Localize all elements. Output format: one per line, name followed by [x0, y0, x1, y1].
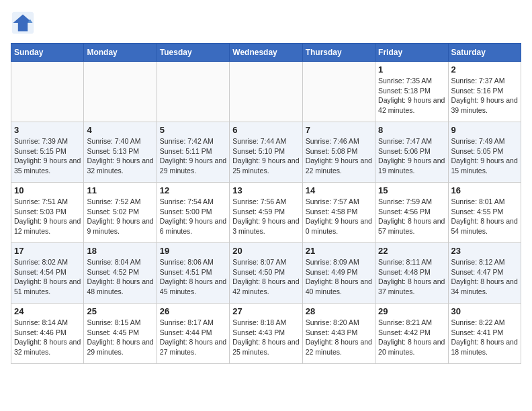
logo-icon	[11, 11, 35, 35]
day-number: 10	[14, 185, 81, 195]
day-info: Sunrise: 7:47 AM Sunset: 5:06 PM Dayligh…	[378, 136, 445, 176]
day-number: 24	[14, 306, 81, 316]
day-info: Sunrise: 8:20 AM Sunset: 4:43 PM Dayligh…	[306, 318, 372, 357]
day-number: 9	[451, 125, 518, 135]
calendar-cell: 25Sunrise: 8:15 AM Sunset: 4:45 PM Dayli…	[84, 304, 157, 364]
day-number: 15	[378, 185, 445, 195]
day-number: 5	[160, 125, 226, 135]
calendar-cell: 29Sunrise: 8:21 AM Sunset: 4:42 PM Dayli…	[375, 304, 448, 364]
calendar-cell: 12Sunrise: 7:54 AM Sunset: 5:00 PM Dayli…	[157, 183, 229, 243]
day-number: 23	[451, 246, 518, 256]
day-info: Sunrise: 7:51 AM Sunset: 5:03 PM Dayligh…	[14, 197, 81, 236]
calendar-cell: 1Sunrise: 7:35 AM Sunset: 5:18 PM Daylig…	[375, 62, 448, 122]
day-info: Sunrise: 8:14 AM Sunset: 4:46 PM Dayligh…	[14, 318, 81, 357]
day-info: Sunrise: 8:22 AM Sunset: 4:41 PM Dayligh…	[451, 318, 518, 357]
day-info: Sunrise: 7:52 AM Sunset: 5:02 PM Dayligh…	[87, 197, 153, 236]
calendar-cell	[157, 62, 229, 122]
page-header	[11, 11, 521, 35]
day-info: Sunrise: 7:54 AM Sunset: 5:00 PM Dayligh…	[160, 197, 226, 236]
column-header-thursday: Thursday	[302, 44, 375, 62]
day-info: Sunrise: 8:02 AM Sunset: 4:54 PM Dayligh…	[14, 257, 81, 297]
day-info: Sunrise: 8:07 AM Sunset: 4:50 PM Dayligh…	[232, 257, 299, 297]
day-info: Sunrise: 7:42 AM Sunset: 5:11 PM Dayligh…	[160, 136, 226, 176]
calendar-cell: 6Sunrise: 7:44 AM Sunset: 5:10 PM Daylig…	[230, 122, 302, 183]
day-info: Sunrise: 7:44 AM Sunset: 5:10 PM Dayligh…	[232, 136, 299, 176]
calendar-week-4: 17Sunrise: 8:02 AM Sunset: 4:54 PM Dayli…	[11, 243, 521, 304]
day-info: Sunrise: 8:11 AM Sunset: 4:48 PM Dayligh…	[378, 257, 445, 297]
calendar-cell: 23Sunrise: 8:12 AM Sunset: 4:47 PM Dayli…	[448, 243, 521, 304]
calendar-cell: 17Sunrise: 8:02 AM Sunset: 4:54 PM Dayli…	[11, 243, 84, 304]
calendar-cell	[84, 62, 157, 122]
column-header-wednesday: Wednesday	[230, 44, 302, 62]
day-info: Sunrise: 8:17 AM Sunset: 4:44 PM Dayligh…	[160, 318, 226, 357]
calendar-cell: 24Sunrise: 8:14 AM Sunset: 4:46 PM Dayli…	[11, 304, 84, 364]
column-header-monday: Monday	[84, 44, 157, 62]
day-number: 25	[87, 306, 153, 316]
logo	[11, 11, 38, 35]
calendar-cell: 10Sunrise: 7:51 AM Sunset: 5:03 PM Dayli…	[11, 183, 84, 243]
calendar-cell: 20Sunrise: 8:07 AM Sunset: 4:50 PM Dayli…	[230, 243, 302, 304]
day-number: 18	[87, 246, 153, 256]
calendar-cell	[230, 62, 302, 122]
calendar-cell: 19Sunrise: 8:06 AM Sunset: 4:51 PM Dayli…	[157, 243, 229, 304]
day-info: Sunrise: 7:35 AM Sunset: 5:18 PM Dayligh…	[378, 76, 445, 116]
day-number: 26	[160, 306, 226, 316]
day-info: Sunrise: 7:37 AM Sunset: 5:16 PM Dayligh…	[451, 76, 518, 116]
calendar-table: SundayMondayTuesdayWednesdayThursdayFrid…	[11, 43, 521, 364]
day-number: 28	[306, 306, 372, 316]
calendar-cell: 15Sunrise: 7:59 AM Sunset: 4:56 PM Dayli…	[375, 183, 448, 243]
calendar-cell: 8Sunrise: 7:47 AM Sunset: 5:06 PM Daylig…	[375, 122, 448, 183]
column-header-saturday: Saturday	[448, 44, 521, 62]
day-number: 20	[232, 246, 299, 256]
day-info: Sunrise: 8:21 AM Sunset: 4:42 PM Dayligh…	[378, 318, 445, 357]
column-header-tuesday: Tuesday	[157, 44, 229, 62]
day-number: 17	[14, 246, 81, 256]
day-number: 11	[87, 185, 153, 195]
day-info: Sunrise: 7:49 AM Sunset: 5:05 PM Dayligh…	[451, 136, 518, 176]
day-number: 16	[451, 185, 518, 195]
day-number: 12	[160, 185, 226, 195]
day-number: 30	[451, 306, 518, 316]
column-header-friday: Friday	[375, 44, 448, 62]
calendar-cell: 27Sunrise: 8:18 AM Sunset: 4:43 PM Dayli…	[230, 304, 302, 364]
day-number: 2	[451, 64, 518, 75]
day-number: 7	[306, 125, 372, 135]
day-number: 1	[378, 64, 445, 75]
day-info: Sunrise: 7:46 AM Sunset: 5:08 PM Dayligh…	[306, 136, 372, 176]
day-number: 4	[87, 125, 153, 135]
day-info: Sunrise: 7:56 AM Sunset: 4:59 PM Dayligh…	[232, 197, 299, 236]
day-info: Sunrise: 7:57 AM Sunset: 4:58 PM Dayligh…	[306, 197, 372, 236]
calendar-cell: 9Sunrise: 7:49 AM Sunset: 5:05 PM Daylig…	[448, 122, 521, 183]
day-info: Sunrise: 7:40 AM Sunset: 5:13 PM Dayligh…	[87, 136, 153, 176]
day-number: 6	[232, 125, 299, 135]
calendar-cell: 4Sunrise: 7:40 AM Sunset: 5:13 PM Daylig…	[84, 122, 157, 183]
day-info: Sunrise: 8:15 AM Sunset: 4:45 PM Dayligh…	[87, 318, 153, 357]
calendar-cell: 13Sunrise: 7:56 AM Sunset: 4:59 PM Dayli…	[230, 183, 302, 243]
calendar-cell: 3Sunrise: 7:39 AM Sunset: 5:15 PM Daylig…	[11, 122, 84, 183]
day-number: 14	[306, 185, 372, 195]
calendar-cell: 5Sunrise: 7:42 AM Sunset: 5:11 PM Daylig…	[157, 122, 229, 183]
day-info: Sunrise: 8:12 AM Sunset: 4:47 PM Dayligh…	[451, 257, 518, 297]
calendar-cell: 14Sunrise: 7:57 AM Sunset: 4:58 PM Dayli…	[302, 183, 375, 243]
calendar-cell	[302, 62, 375, 122]
day-number: 27	[232, 306, 299, 316]
calendar-cell: 30Sunrise: 8:22 AM Sunset: 4:41 PM Dayli…	[448, 304, 521, 364]
column-header-sunday: Sunday	[11, 44, 84, 62]
calendar-cell: 11Sunrise: 7:52 AM Sunset: 5:02 PM Dayli…	[84, 183, 157, 243]
day-info: Sunrise: 8:04 AM Sunset: 4:52 PM Dayligh…	[87, 257, 153, 297]
calendar-cell: 2Sunrise: 7:37 AM Sunset: 5:16 PM Daylig…	[448, 62, 521, 122]
calendar-cell: 18Sunrise: 8:04 AM Sunset: 4:52 PM Dayli…	[84, 243, 157, 304]
day-number: 29	[378, 306, 445, 316]
day-number: 21	[306, 246, 372, 256]
calendar-week-2: 3Sunrise: 7:39 AM Sunset: 5:15 PM Daylig…	[11, 122, 521, 183]
calendar-week-3: 10Sunrise: 7:51 AM Sunset: 5:03 PM Dayli…	[11, 183, 521, 243]
calendar-cell: 22Sunrise: 8:11 AM Sunset: 4:48 PM Dayli…	[375, 243, 448, 304]
calendar-header-row: SundayMondayTuesdayWednesdayThursdayFrid…	[11, 44, 521, 62]
day-number: 3	[14, 125, 81, 135]
day-number: 19	[160, 246, 226, 256]
calendar-cell: 21Sunrise: 8:09 AM Sunset: 4:49 PM Dayli…	[302, 243, 375, 304]
calendar-week-5: 24Sunrise: 8:14 AM Sunset: 4:46 PM Dayli…	[11, 304, 521, 364]
day-number: 22	[378, 246, 445, 256]
day-info: Sunrise: 7:59 AM Sunset: 4:56 PM Dayligh…	[378, 197, 445, 236]
day-number: 13	[232, 185, 299, 195]
